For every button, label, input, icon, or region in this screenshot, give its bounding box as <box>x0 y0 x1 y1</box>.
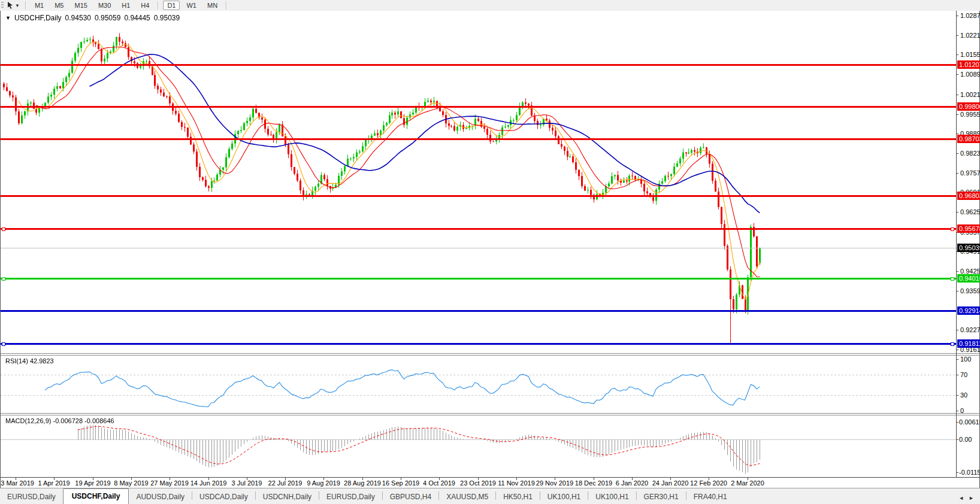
chart-tab-usdcnh-daily[interactable]: USDCNH,Daily <box>256 490 319 504</box>
price-chart-canvas[interactable] <box>1 11 956 353</box>
price-tick-label: 0.99550 <box>960 111 980 118</box>
line-handle[interactable] <box>951 227 954 231</box>
chart-tab-eurusd-daily[interactable]: EURUSD,Daily <box>0 490 63 504</box>
toolbar-grip[interactable] <box>1 2 4 9</box>
chart-tab-eurusd-daily[interactable]: EURUSD,Daily <box>319 490 382 504</box>
macd-tick <box>956 439 958 440</box>
chart-tab-fra40-h1[interactable]: FRA40,H1 <box>686 490 734 504</box>
timeframe-button-m5[interactable]: M5 <box>50 1 68 10</box>
timeframe-button-m1[interactable]: M1 <box>31 1 48 10</box>
timeframe-buttons: M1M5M15M30H1H4D1W1MN <box>29 1 230 10</box>
chart-tab-usdchf-daily[interactable]: USDCHF,Daily <box>63 488 129 504</box>
price-tick <box>956 16 958 16</box>
current-price-line <box>1 248 956 248</box>
timeframe-button-d1[interactable]: D1 <box>163 1 180 10</box>
cursor-tool-icon[interactable] <box>6 1 14 10</box>
chart-tab-ger30-h1[interactable]: GER30,H1 <box>637 490 686 504</box>
price-tick-label: 0.98230 <box>960 150 980 157</box>
price-tick <box>956 173 958 174</box>
horizontal-line-1.01207[interactable] <box>1 64 956 66</box>
pane-separator[interactable] <box>1 355 980 356</box>
timeframe-button-h4[interactable]: H4 <box>137 1 153 10</box>
price-tick-label: 0.96250 <box>960 208 980 215</box>
toolbar-separator <box>226 1 227 10</box>
toolbar-separator <box>25 1 26 10</box>
line-handle[interactable] <box>2 227 5 231</box>
macd-tick <box>956 422 958 423</box>
horizontal-line-0.98703[interactable] <box>1 138 956 140</box>
price-tick-label: 0.97570 <box>960 169 980 177</box>
chart-tab-usdcad-daily[interactable]: USDCAD,Daily <box>192 490 255 504</box>
timeframe-button-m15[interactable]: M15 <box>70 1 91 10</box>
macd-tick <box>956 472 958 473</box>
price-tick <box>956 212 958 212</box>
pane-separator[interactable] <box>1 415 980 415</box>
rsi-tick-label: 70 <box>960 371 967 378</box>
price-tick-label: 1.02870 <box>960 12 980 19</box>
timeframe-button-h1[interactable]: H1 <box>117 1 134 10</box>
horizontal-line-0.96803[interactable] <box>1 195 956 197</box>
rsi-tick <box>956 359 958 360</box>
metatrader-window: ▼ M1M5M15M30H1H4D1W1MN ▼ USDCHF,Daily 0.… <box>0 0 980 504</box>
chart-tab-uk100-h1[interactable]: UK100,H1 <box>540 490 588 504</box>
price-tick-label: 1.02210 <box>960 32 980 39</box>
macd-label: MACD(12,26,9) -0.006728 -0.008646 <box>5 417 114 424</box>
chart-tabbar: EURUSD,DailyUSDCHF,DailyAUDUSD,DailyUSDC… <box>0 488 980 504</box>
tab-scroll-arrows: ◄► <box>958 495 974 501</box>
line-handle[interactable] <box>2 277 5 281</box>
rsi-tick-label: 100 <box>960 356 971 363</box>
macd-chart-canvas[interactable] <box>1 415 956 477</box>
macd-tick-label: -0.011533 <box>959 469 980 476</box>
rsi-label: RSI(14) 42.9823 <box>5 357 54 365</box>
macd-tick-label: 0.00 <box>959 436 972 443</box>
tab-scroll-left-icon[interactable]: ◄ <box>958 495 964 501</box>
ohlc-open: 0.94530 <box>65 14 91 22</box>
pane-separator[interactable] <box>1 413 980 414</box>
horizontal-line-0.92914[interactable] <box>1 310 956 312</box>
horizontal-line-0.99800[interactable] <box>1 106 956 108</box>
price-tick-label: 1.00210 <box>960 91 980 98</box>
price-tick <box>956 114 958 115</box>
rsi-tick-label: 30 <box>960 391 967 399</box>
chart-symbol: USDCHF,Daily <box>14 14 62 22</box>
chart-tab-audusd-daily[interactable]: AUDUSD,Daily <box>129 490 192 504</box>
chevron-down-icon[interactable]: ▼ <box>15 3 20 8</box>
chart-tab-hk50-h1[interactable]: HK50,H1 <box>496 490 540 504</box>
price-tick <box>956 153 958 154</box>
timeframe-button-m30[interactable]: M30 <box>94 1 115 10</box>
line-handle[interactable] <box>951 342 954 346</box>
horizontal-line-0.94016[interactable] <box>1 278 956 280</box>
price-tick <box>956 350 958 350</box>
timeframe-button-w1[interactable]: W1 <box>182 1 201 10</box>
price-tick <box>956 133 958 134</box>
timeframe-button-mn[interactable]: MN <box>203 1 222 10</box>
date-label: 2 Mar 2020 <box>724 479 772 487</box>
pane-separator[interactable] <box>1 353 980 354</box>
chart-tab-gbpusd-h4[interactable]: GBPUSD,H4 <box>383 490 438 504</box>
rsi-tick <box>956 375 958 375</box>
tab-scroll-right-icon[interactable]: ► <box>969 495 974 501</box>
rsi-chart-canvas[interactable] <box>1 356 956 413</box>
price-level-badge: 0.94016 <box>957 274 980 283</box>
price-level-badge: 0.99800 <box>957 102 980 111</box>
price-level-badge: 0.91811 <box>957 339 980 348</box>
price-tick-label: 1.01550 <box>960 51 980 58</box>
ohlc-close: 0.95039 <box>154 14 180 22</box>
horizontal-line-0.95678[interactable] <box>1 228 956 230</box>
price-tick <box>956 54 958 55</box>
symbol-dropdown-icon[interactable]: ▼ <box>5 15 11 21</box>
chart-tab-xauusd-m5[interactable]: XAUUSD,M5 <box>439 490 495 504</box>
chart-tab-uk100-h1[interactable]: UK100,H1 <box>588 490 636 504</box>
horizontal-line-0.91811[interactable] <box>1 343 956 345</box>
price-tick-label: 1.00890 <box>960 71 980 78</box>
line-handle[interactable] <box>951 277 954 281</box>
toolbar-separator <box>158 1 159 10</box>
price-level-badge: 0.96803 <box>957 192 980 200</box>
price-tick <box>956 95 958 95</box>
rsi-tick <box>956 395 958 396</box>
current-price-badge: 0.95039 <box>957 244 980 252</box>
price-tick <box>956 271 958 272</box>
price-axis-line <box>956 11 957 477</box>
macd-tick-label: 0.006167 <box>959 418 980 426</box>
line-handle[interactable] <box>2 342 5 346</box>
